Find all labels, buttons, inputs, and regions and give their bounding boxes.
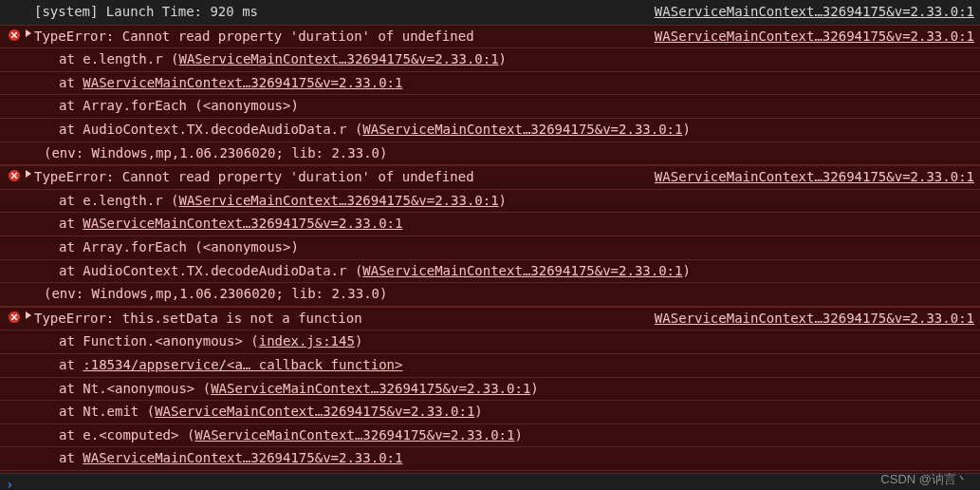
- stack-link[interactable]: WAServiceMainContext…32694175&v=2.33.0:1: [194, 427, 514, 443]
- gutter: [4, 28, 25, 41]
- stack-frame: at Array.forEach (<anonymous>): [0, 94, 980, 118]
- stack-trace: at e.length.r (WAServiceMainContext…3269…: [0, 48, 980, 164]
- system-source: WAServiceMainContext…32694175&v=2.33.0:1: [655, 3, 974, 22]
- error-source: WAServiceMainContext…32694175&v=2.33.0:1: [655, 28, 974, 47]
- error-source: WAServiceMainContext…32694175&v=2.33.0:1: [655, 168, 974, 187]
- stack-link[interactable]: WAServiceMainContext…32694175&v=2.33.0:1: [155, 404, 474, 419]
- env-line: (env: Windows,mp,1.06.2306020; lib: 2.33…: [0, 141, 980, 165]
- stack-frame: at e.length.r (WAServiceMainContext…3269…: [0, 48, 980, 71]
- error-icon: [9, 170, 20, 181]
- error-source: WAServiceMainContext…32694175&v=2.33.0:1: [655, 310, 974, 329]
- spacer: [25, 3, 34, 5]
- prompt-caret-icon: ›: [6, 477, 13, 491]
- console-input[interactable]: [19, 477, 974, 491]
- stack-frame: at AudioContext.TX.decodeAudioData.r (WA…: [0, 259, 980, 283]
- gutter: [4, 168, 25, 181]
- error-message: TypeError: this.setData is not a functio…: [34, 310, 647, 329]
- disclosure-toggle[interactable]: [25, 310, 34, 319]
- stack-frame: at AudioContext.TX.decodeAudioData.r (WA…: [0, 118, 980, 141]
- stack-frame: at WAServiceMainContext…32694175&v=2.33.…: [0, 470, 980, 473]
- system-message-text: [system] Launch Time: 920 ms: [34, 3, 647, 22]
- stack-frame: at WAServiceMainContext…32694175&v=2.33.…: [0, 71, 980, 95]
- stack-frame: at WAServiceMainContext…32694175&v=2.33.…: [0, 212, 980, 236]
- error-row: TypeError: Cannot read property 'duratio…: [0, 165, 980, 190]
- stack-link[interactable]: WAServiceMainContext…32694175&v=2.33.0:1: [211, 381, 530, 396]
- stack-frame: at Array.forEach (<anonymous>): [0, 236, 980, 259]
- stack-link[interactable]: WAServiceMainContext…32694175&v=2.33.0:1: [83, 75, 402, 90]
- error-message: TypeError: Cannot read property 'duratio…: [34, 28, 647, 47]
- system-message-row: [system] Launch Time: 920 ms WAServiceMa…: [0, 0, 980, 25]
- watermark: CSDN @讷言丶: [880, 471, 969, 488]
- stack-frame: at Nt.emit (WAServiceMainContext…3269417…: [0, 400, 980, 424]
- stack-frame: at Function.<anonymous> (index.js:145): [0, 330, 980, 353]
- stack-link[interactable]: WAServiceMainContext…32694175&v=2.33.0:1: [362, 122, 682, 137]
- stack-link[interactable]: WAServiceMainContext…32694175&v=2.33.0:1: [178, 51, 498, 66]
- stack-link[interactable]: :18534/appservice/<a… callback function>: [83, 357, 402, 372]
- stack-link[interactable]: WAServiceMainContext…32694175&v=2.33.0:1: [178, 193, 498, 208]
- error-row: TypeError: this.setData is not a functio…: [0, 307, 980, 331]
- disclosure-toggle[interactable]: [25, 168, 34, 178]
- error-message: TypeError: Cannot read property 'duratio…: [34, 168, 647, 187]
- stack-link[interactable]: WAServiceMainContext…32694175&v=2.33.0:1: [362, 263, 682, 278]
- stack-frame: at e.length.r (WAServiceMainContext…3269…: [0, 190, 980, 213]
- stack-trace: at Function.<anonymous> (index.js:145)at…: [0, 330, 980, 473]
- console-panel[interactable]: [system] Launch Time: 920 ms WAServiceMa…: [0, 0, 980, 473]
- error-list: TypeError: Cannot read property 'duratio…: [0, 25, 980, 473]
- source-link[interactable]: WAServiceMainContext…32694175&v=2.33.0:1: [655, 28, 974, 44]
- stack-link[interactable]: WAServiceMainContext…32694175&v=2.33.0:1: [83, 216, 402, 231]
- disclosure-toggle[interactable]: [25, 28, 34, 37]
- gutter: [4, 3, 25, 5]
- source-link[interactable]: WAServiceMainContext…32694175&v=2.33.0:1: [655, 4, 974, 19]
- stack-trace: at e.length.r (WAServiceMainContext…3269…: [0, 190, 980, 306]
- stack-link[interactable]: WAServiceMainContext…32694175&v=2.33.0:1: [83, 450, 402, 465]
- stack-frame: at WAServiceMainContext…32694175&v=2.33.…: [0, 446, 980, 470]
- source-link[interactable]: WAServiceMainContext…32694175&v=2.33.0:1: [655, 311, 974, 326]
- error-row: TypeError: Cannot read property 'duratio…: [0, 25, 980, 49]
- source-link[interactable]: WAServiceMainContext…32694175&v=2.33.0:1: [655, 169, 974, 184]
- stack-frame: at e.<computed> (WAServiceMainContext…32…: [0, 424, 980, 447]
- console-prompt[interactable]: ›: [0, 473, 980, 490]
- stack-link[interactable]: index.js:145: [259, 333, 355, 349]
- stack-frame: at :18534/appservice/<a… callback functi…: [0, 353, 980, 377]
- gutter: [4, 310, 25, 323]
- error-icon: [9, 29, 20, 41]
- error-icon: [9, 311, 20, 323]
- stack-frame: at Nt.<anonymous> (WAServiceMainContext……: [0, 377, 980, 401]
- env-line: (env: Windows,mp,1.06.2306020; lib: 2.33…: [0, 282, 980, 306]
